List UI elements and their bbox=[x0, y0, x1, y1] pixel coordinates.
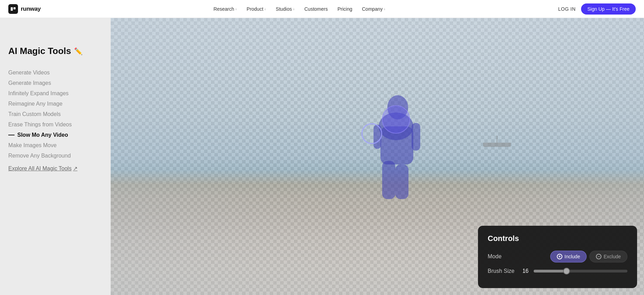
nav-right: LOG IN Sign Up — It's Free bbox=[558, 3, 636, 15]
chevron-down-icon: ↓ bbox=[293, 7, 295, 11]
mode-buttons: + Include − Exclude bbox=[550, 251, 627, 262]
boat-element bbox=[483, 143, 511, 147]
chevron-down-icon: ↓ bbox=[384, 7, 385, 11]
exclude-icon: − bbox=[596, 254, 601, 259]
svg-rect-7 bbox=[412, 123, 420, 151]
controls-title: Controls bbox=[488, 234, 627, 243]
sidebar-menu: Generate Videos Generate Images Infinite… bbox=[8, 68, 102, 161]
person-container bbox=[365, 92, 427, 209]
svg-rect-1 bbox=[13, 7, 16, 9]
include-mode-button[interactable]: + Include bbox=[550, 251, 587, 262]
sidebar-item-remove-background[interactable]: Remove Any Background bbox=[8, 151, 102, 161]
sidebar-item-generate-videos[interactable]: Generate Videos bbox=[8, 68, 102, 78]
magic-wand-icon: ✏️ bbox=[74, 47, 83, 55]
sidebar: AI Magic Tools ✏️ Generate Videos Genera… bbox=[0, 18, 111, 295]
brush-size-label: Brush Size bbox=[488, 268, 514, 274]
brush-size-row: Brush Size 16 bbox=[488, 268, 627, 274]
brush-size-value: 16 bbox=[521, 268, 530, 274]
login-button[interactable]: LOG IN bbox=[558, 6, 576, 12]
logo[interactable]: runway bbox=[8, 4, 41, 14]
svg-rect-8 bbox=[374, 125, 381, 149]
nav-research[interactable]: Research ↓ bbox=[213, 6, 237, 12]
nav-links: Research ↓ Product ↓ Studios ↓ Customers… bbox=[213, 6, 385, 12]
sidebar-item-erase-things[interactable]: Erase Things from Videos bbox=[8, 119, 102, 130]
brush-size-controls: 16 bbox=[521, 268, 627, 274]
sidebar-item-slow-mo[interactable]: Slow Mo Any Video bbox=[8, 130, 102, 140]
chevron-down-icon: ↓ bbox=[235, 7, 237, 11]
sidebar-item-expand-images[interactable]: Infinitely Expand Images bbox=[8, 88, 102, 99]
sidebar-item-generate-images[interactable]: Generate Images bbox=[8, 78, 102, 88]
active-dash-icon bbox=[8, 135, 15, 135]
explore-all-link[interactable]: Explore All AI Magic Tools ↗ bbox=[8, 165, 102, 172]
sidebar-title: AI Magic Tools ✏️ bbox=[8, 46, 102, 56]
svg-rect-0 bbox=[11, 7, 13, 11]
brush-size-slider[interactable] bbox=[534, 270, 627, 272]
external-link-icon: ↗ bbox=[73, 165, 77, 172]
nav-pricing[interactable]: Pricing bbox=[338, 6, 352, 12]
svg-rect-6 bbox=[395, 164, 408, 199]
nav-company[interactable]: Company ↓ bbox=[362, 6, 385, 12]
nav-customers[interactable]: Customers bbox=[304, 6, 328, 12]
brush-slider-fill bbox=[534, 270, 567, 272]
chevron-down-icon: ↓ bbox=[264, 7, 266, 11]
exclude-mode-button[interactable]: − Exclude bbox=[589, 251, 627, 262]
brush-slider-thumb[interactable] bbox=[563, 268, 570, 275]
logo-text: runway bbox=[21, 6, 41, 12]
page-wrapper: AI Magic Tools ✏️ Generate Videos Genera… bbox=[0, 18, 644, 295]
navbar: runway Research ↓ Product ↓ Studios ↓ Cu… bbox=[0, 0, 644, 18]
signup-button[interactable]: Sign Up — It's Free bbox=[581, 3, 636, 15]
media-area[interactable]: Controls Mode + Include − Exclude bbox=[111, 18, 644, 295]
mode-row: Mode + Include − Exclude bbox=[488, 251, 627, 262]
main-content: Controls Mode + Include − Exclude bbox=[111, 18, 644, 295]
nav-product[interactable]: Product ↓ bbox=[247, 6, 266, 12]
logo-icon bbox=[8, 4, 18, 14]
sidebar-item-reimagine[interactable]: Reimagine Any Image bbox=[8, 99, 102, 109]
nav-studios[interactable]: Studios ↓ bbox=[276, 6, 295, 12]
svg-rect-5 bbox=[382, 161, 395, 199]
mode-label: Mode bbox=[488, 253, 502, 260]
person-silhouette bbox=[365, 92, 427, 209]
controls-panel: Controls Mode + Include − Exclude bbox=[478, 226, 637, 288]
sidebar-item-make-images-move[interactable]: Make Images Move bbox=[8, 140, 102, 151]
sidebar-item-train-models[interactable]: Train Custom Models bbox=[8, 109, 102, 119]
svg-point-9 bbox=[382, 106, 410, 133]
include-icon: + bbox=[557, 254, 562, 259]
